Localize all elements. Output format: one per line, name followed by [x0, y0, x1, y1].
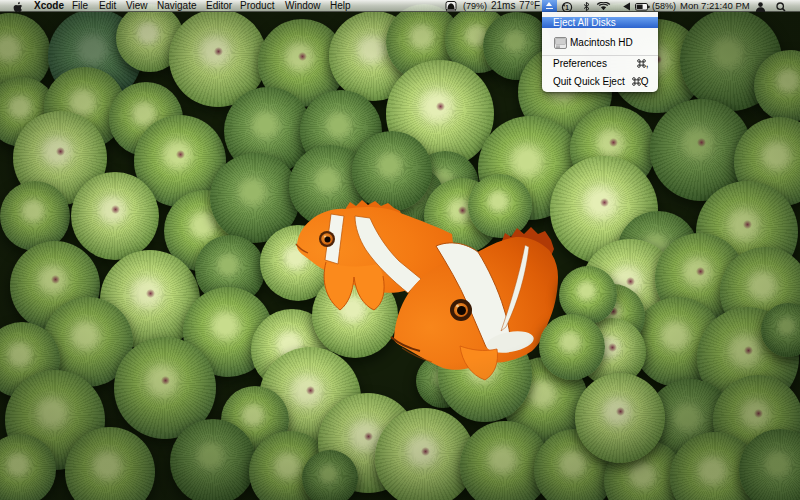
svg-text:1: 1: [565, 3, 569, 10]
